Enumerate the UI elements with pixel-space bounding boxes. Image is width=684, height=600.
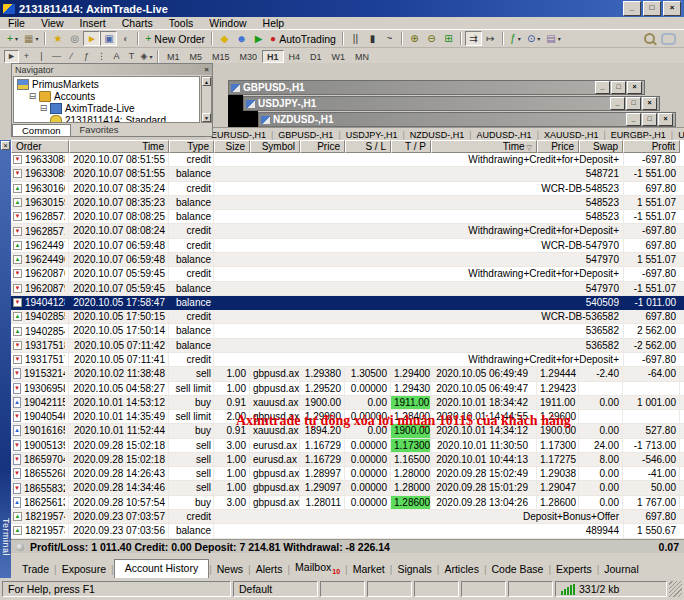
autotrading-button[interactable]: ●AutoTrading: [267, 31, 339, 46]
chart-maximize-button[interactable]: □: [626, 97, 641, 110]
navigator-item[interactable]: ⊟AximTrade-Live: [14, 102, 199, 114]
tab-mailbox[interactable]: Mailbox10: [290, 559, 345, 578]
search-button[interactable]: [644, 33, 655, 44]
navigator-close-icon[interactable]: ×: [204, 66, 209, 74]
history-row[interactable]: 193069582020.10.05 04:58:27sell limit1.0…: [11, 382, 684, 396]
column-header-price[interactable]: Price: [300, 140, 345, 153]
column-header-size[interactable]: Size: [214, 140, 250, 153]
timeframe-m30[interactable]: M30: [235, 50, 263, 63]
signals-button[interactable]: ▶: [250, 31, 267, 46]
history-row[interactable]: 194028542020.10.05 17:50:14balance536582…: [11, 324, 684, 338]
tab-exposure[interactable]: Exposure: [57, 561, 111, 578]
column-header-order[interactable]: Order: [11, 140, 69, 153]
tab-signals[interactable]: Signals: [392, 561, 436, 578]
history-row[interactable]: 190051392020.09.28 15:02:18sell3.00eurus…: [11, 439, 684, 453]
history-row[interactable]: 186597042020.09.28 15:02:18sell1.00eurus…: [11, 453, 684, 467]
templates-dropdown[interactable]: ▤▾: [543, 31, 563, 46]
column-header-type[interactable]: Type: [169, 140, 214, 153]
timeframe-w1[interactable]: W1: [327, 50, 351, 63]
resize-grip[interactable]: [669, 581, 682, 597]
navigator-tab-favorites[interactable]: Favorites: [71, 124, 128, 136]
label-tool[interactable]: T: [124, 50, 139, 63]
menu-charts[interactable]: Charts: [114, 17, 161, 29]
text-tool[interactable]: A: [109, 50, 124, 63]
tab-articles[interactable]: Articles: [439, 561, 483, 578]
menu-help[interactable]: Help: [255, 17, 293, 29]
chart-minimize-button[interactable]: _: [595, 81, 610, 94]
history-row[interactable]: 196208792020.10.07 05:59:45balance547970…: [11, 282, 684, 296]
trendline-tool[interactable]: ∕: [64, 50, 79, 63]
history-row[interactable]: 196330892020.10.07 08:51:55balance548721…: [11, 167, 684, 181]
chart-close-button[interactable]: ×: [658, 113, 673, 126]
column-header-symbol[interactable]: Symbol: [250, 140, 300, 153]
history-row[interactable]: 196301592020.10.07 08:35:23balance548523…: [11, 196, 684, 210]
history-row[interactable]: 186256132020.09.28 10:57:54buy3.00gbpusd…: [11, 496, 684, 510]
column-header-profit[interactable]: Profit: [623, 140, 680, 153]
chart-tab-usdcad[interactable]: USDCAD-,H1: [673, 130, 684, 140]
tab-code-base[interactable]: Code Base: [487, 561, 549, 578]
tile-windows-button[interactable]: ⊞: [440, 31, 457, 46]
chart-tab-usdjpy[interactable]: USDJPY-,H1: [341, 130, 403, 140]
tab-journal[interactable]: Journal: [599, 561, 643, 578]
cursor-button[interactable]: ►: [83, 31, 100, 46]
history-row[interactable]: 196244962020.10.07 06:59:48balance547970…: [11, 253, 684, 267]
close-button[interactable]: ×: [663, 1, 681, 16]
chart-tab-eurusd[interactable]: EURUSD-,H1: [206, 130, 271, 140]
bar-chart-button[interactable]: ||: [347, 31, 364, 46]
menu-window[interactable]: Window: [201, 17, 254, 29]
menu-insert[interactable]: Insert: [72, 17, 114, 29]
column-header-price[interactable]: Price: [537, 140, 579, 153]
chart-minimize-button[interactable]: _: [626, 113, 641, 126]
preview-button[interactable]: ◐: [117, 31, 134, 46]
timeframe-mn[interactable]: MN: [350, 50, 374, 63]
timeframe-m5[interactable]: M5: [185, 50, 208, 63]
horizontal-line-tool[interactable]: —: [49, 50, 64, 63]
new-chart-button[interactable]: +▾: [4, 31, 21, 46]
menu-view[interactable]: View: [33, 17, 72, 29]
timeframe-d1[interactable]: D1: [305, 50, 327, 63]
navigator-item[interactable]: ⊟Accounts: [14, 90, 199, 102]
zoom-in-button[interactable]: ⊕: [406, 31, 423, 46]
chart-window-titlebar[interactable]: GBPUSD-,H1_□×: [228, 80, 645, 95]
history-row[interactable]: 193175182020.10.05 07:11:42balance536582…: [11, 339, 684, 353]
status-profile[interactable]: Default: [233, 581, 318, 597]
collapse-icon[interactable]: ⊟: [28, 92, 37, 101]
indicators-button[interactable]: ◆: [216, 31, 233, 46]
history-row[interactable]: 196301602020.10.07 08:35:24creditWCR-DB-…: [11, 182, 684, 196]
history-row[interactable]: 196285712020.10.07 08:08:24creditWithdra…: [11, 224, 684, 238]
tab-trade[interactable]: Trade: [17, 561, 54, 578]
cursor-tool[interactable]: ►: [4, 50, 19, 63]
chart-maximize-button[interactable]: □: [611, 81, 626, 94]
timeframe-h4[interactable]: H4: [284, 50, 306, 63]
chart-shift-button[interactable]: ↦: [482, 31, 499, 46]
history-row[interactable]: 182195742020.09.23 07:03:57creditDeposit…: [11, 510, 684, 524]
collapse-icon[interactable]: ⊟: [39, 104, 48, 113]
tab-news[interactable]: News: [212, 561, 248, 578]
history-row[interactable]: 186558322020.09.28 14:34:46sell1.00gbpus…: [11, 481, 684, 495]
chart-tab-gbpusd[interactable]: GBPUSD-,H1: [273, 130, 338, 140]
navigator-item[interactable]: PrimusMarkets: [14, 78, 199, 90]
chart-window-titlebar[interactable]: USDJPY-,H1_□×: [243, 96, 660, 111]
timeframe-m15[interactable]: M15: [207, 50, 235, 63]
feedback-button[interactable]: [661, 33, 676, 45]
history-row[interactable]: 194041282020.10.05 17:58:47balance540509…: [11, 296, 684, 310]
terminal-close-icon[interactable]: ×: [1, 141, 10, 150]
history-row[interactable]: 196285722020.10.07 08:08:25balance548523…: [11, 210, 684, 224]
chart-tab-nzdusd[interactable]: NZDUSD-,H1: [405, 130, 470, 140]
crosshair-tool[interactable]: +: [19, 50, 34, 63]
navigator-tab-common[interactable]: Common: [12, 124, 71, 136]
chart-tab-eurgbp[interactable]: EURGBP-,H1: [606, 130, 671, 140]
vertical-line-tool[interactable]: |: [34, 50, 49, 63]
menu-tools[interactable]: Tools: [161, 17, 202, 29]
new-order-button[interactable]: +New Order: [142, 31, 208, 46]
history-row[interactable]: 196244972020.10.07 06:59:48creditWCR-DB-…: [11, 239, 684, 253]
column-header-time[interactable]: Time: [69, 140, 169, 153]
chart-tab-xauusd[interactable]: XAUUSD-,H1: [539, 130, 604, 140]
tab-alerts[interactable]: Alerts: [251, 561, 288, 578]
indicators-dropdown[interactable]: ƒ▾: [507, 31, 524, 46]
maximize-button[interactable]: □: [643, 1, 661, 16]
chart-minimize-button[interactable]: _: [610, 97, 625, 110]
history-row[interactable]: 193175172020.10.05 07:11:41creditWithdra…: [11, 353, 684, 367]
tab-market[interactable]: Market: [348, 561, 390, 578]
history-row[interactable]: 186552682020.09.28 14:26:43sell1.00gbpus…: [11, 467, 684, 481]
